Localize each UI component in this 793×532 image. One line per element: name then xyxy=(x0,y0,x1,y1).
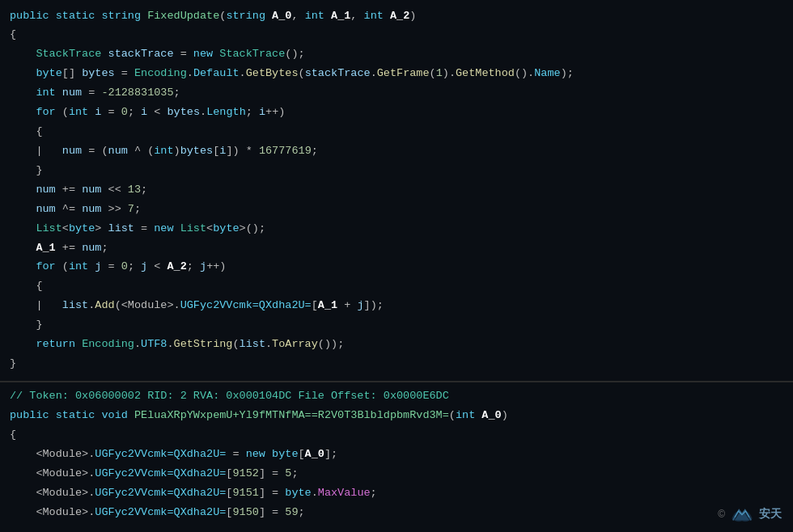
code-line: { xyxy=(0,277,793,297)
code-line: { xyxy=(0,123,793,142)
code-section-2: // Token: 0x06000002 RID: 2 RVA: 0x00010… xyxy=(0,382,793,529)
code-line: | list.Add(<Module>.UGFyc2VVcmk=QXdha2U=… xyxy=(0,297,793,316)
code-line: num += num << 13; xyxy=(0,180,793,200)
code-line: for (int j = 0; j < A_2; j++) xyxy=(0,258,793,277)
code-line: | num = (num ^ (int)bytes[i]) * 16777619… xyxy=(0,141,793,161)
code-section-1: public static string FixedUpdate(string … xyxy=(0,0,793,381)
code-line: <Module>.UGFyc2VVcmk=QXdha2U=[9150] = 59… xyxy=(0,503,793,522)
code-container: public static string FixedUpdate(string … xyxy=(0,0,793,532)
code-line: byte[] bytes = Encoding.Default.GetBytes… xyxy=(0,65,793,84)
code-line: <Module>.UGFyc2VVcmk=QXdha2U=[9152] = 5; xyxy=(0,464,793,483)
code-line: { xyxy=(0,26,793,45)
code-line: int num = -2128831035; xyxy=(0,84,793,103)
copyright-symbol: © xyxy=(718,509,725,520)
watermark: © 安天 xyxy=(718,505,782,524)
code-line: num ^= num >> 7; xyxy=(0,200,793,219)
brand-logo xyxy=(730,505,754,524)
brand-name: 安天 xyxy=(759,507,782,521)
code-line: public static void PEluaXRpYWxpemU+Yl9fM… xyxy=(0,406,793,425)
code-line: return Encoding.UTF8.GetString(list.ToAr… xyxy=(0,336,793,355)
code-line: for (int i = 0; i < bytes.Length; i++) xyxy=(0,103,793,123)
token-comment: // Token: 0x06000002 RID: 2 RVA: 0x00010… xyxy=(0,387,793,407)
code-line: A_1 += num; xyxy=(0,239,793,258)
code-line: { xyxy=(0,425,793,445)
code-line: StackTrace stackTrace = new StackTrace()… xyxy=(0,45,793,65)
code-line: } xyxy=(0,316,793,336)
code-line: } xyxy=(0,355,793,374)
code-line: public static string FixedUpdate(string … xyxy=(0,6,793,26)
code-line: } xyxy=(0,161,793,180)
code-line: <Module>.UGFyc2VVcmk=QXdha2U= = new byte… xyxy=(0,445,793,464)
code-line: <Module>.UGFyc2VVcmk=QXdha2U=[9151] = by… xyxy=(0,483,793,503)
code-line: List<byte> list = new List<byte>(); xyxy=(0,219,793,239)
